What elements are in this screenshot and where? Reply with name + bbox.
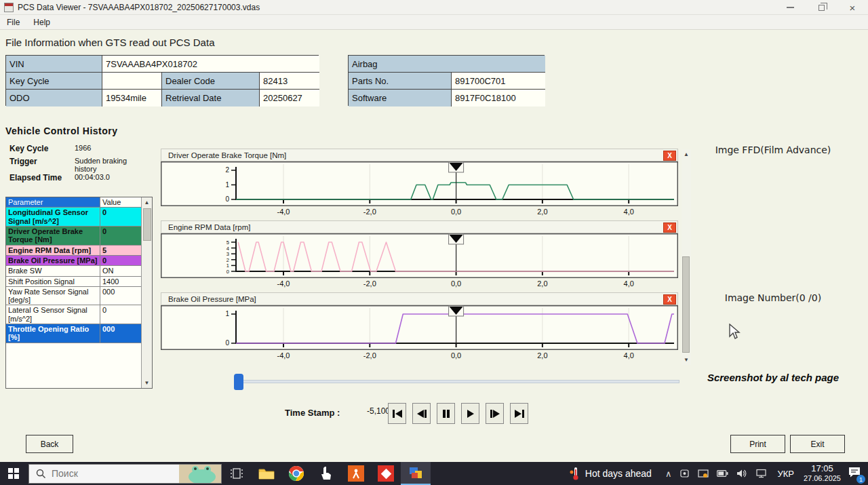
param-row[interactable]: Driver Operate Brake Torque [Nm]0 (6, 227, 142, 246)
title-bar: PCS Data Viewer - 7SVAAABA4PX018702_2025… (0, 0, 868, 15)
skip-end-button[interactable] (510, 403, 528, 424)
odo-value: 19534mile (102, 90, 162, 106)
pointer-app-button[interactable] (311, 462, 341, 485)
window-title: PCS Data Viewer - 7SVAAABA4PX018702_2025… (18, 3, 260, 12)
start-button[interactable] (0, 462, 27, 485)
param-row[interactable]: Brake Oil Pressure [MPa]0 (6, 256, 142, 266)
app-window: PCS Data Viewer - 7SVAAABA4PX018702_2025… (0, 0, 868, 485)
parameter-table-header: ParameterValue (6, 197, 142, 208)
pause-button[interactable] (437, 403, 455, 424)
pcs-app-icon (408, 465, 423, 480)
step-back-button[interactable] (412, 403, 431, 424)
software-value: 8917F0C18100 (452, 90, 545, 106)
orange-app-button[interactable] (341, 462, 371, 485)
scroll-up-icon[interactable]: ▲ (142, 197, 152, 208)
minimize-button[interactable] (774, 0, 806, 15)
chart-close-button[interactable]: X (663, 222, 676, 233)
skip-start-button[interactable] (388, 403, 406, 424)
print-button[interactable]: Print (730, 435, 785, 453)
time-slider-track[interactable] (236, 380, 679, 383)
time-slider-thumb[interactable] (234, 374, 243, 390)
key-cycle-value (102, 73, 162, 90)
param-value: 000 (100, 324, 142, 343)
cursor-marker-icon[interactable] (449, 162, 464, 172)
chart-panel: Brake Oil Pressure [MPa]X01-4,0-2,00,02,… (161, 292, 678, 364)
param-row[interactable]: Longitudinal G Sensor Signal [m/s^2]0 (6, 208, 142, 227)
param-name: Yaw Rate Sensor Signal [deg/s] (6, 287, 100, 305)
menu-item-file[interactable]: File (0, 16, 26, 28)
pause-icon (441, 408, 452, 419)
chart-scroll-down-icon[interactable]: ▼ (682, 355, 691, 365)
chart-scroll-up-icon[interactable]: ▲ (682, 149, 691, 159)
chart-scrollbar-thumb[interactable] (682, 256, 690, 353)
hidden-icons-chevron[interactable]: ∧ (665, 469, 672, 479)
dealer-code-label: Dealer Code (162, 73, 260, 90)
vch-key-cycle-label: Key Cycle (9, 144, 48, 153)
notification-button[interactable]: 1 (848, 466, 861, 481)
taskbar-search[interactable] (28, 464, 222, 484)
back-button[interactable]: Back (26, 435, 73, 453)
play-button[interactable] (461, 403, 479, 424)
chart-area-scrollbar[interactable]: ▲ ▼ (682, 149, 691, 365)
menu-bar: FileHelp (0, 15, 868, 30)
scroll-down-icon[interactable]: ▼ (142, 378, 152, 388)
search-input[interactable] (52, 468, 160, 479)
param-row[interactable]: Throttle Opening Ratio [%]000 (6, 324, 142, 343)
param-row[interactable]: Yaw Rate Sensor Signal [deg/s]000 (6, 287, 142, 306)
param-row[interactable]: Brake SWON (6, 266, 142, 276)
file-explorer-button[interactable] (252, 462, 281, 485)
param-row[interactable]: Engine RPM Data [rpm]5 (6, 246, 142, 256)
chart-title: Engine RPM Data [rpm] (161, 223, 250, 231)
volume-icon[interactable] (736, 469, 747, 478)
language-indicator[interactable]: УКР (777, 469, 794, 479)
svg-text:0: 0 (225, 339, 229, 347)
svg-text:2: 2 (226, 257, 229, 263)
tray-device-icon[interactable] (679, 469, 690, 478)
weather-widget[interactable]: Hot days ahead (569, 466, 652, 481)
taskbar-clock[interactable]: 17:05 27.06.2025 (804, 464, 841, 483)
param-name: Brake Oil Pressure [MPa] (6, 256, 100, 265)
time-stamp-label: Time Stamp : (285, 408, 340, 418)
svg-text:1: 1 (225, 181, 229, 189)
param-value: ON (100, 266, 142, 275)
svg-text:2,0: 2,0 (537, 208, 547, 216)
cursor-marker-icon[interactable] (449, 234, 464, 244)
param-name: Throttle Opening Ratio [%] (6, 324, 100, 343)
task-view-button[interactable] (222, 462, 252, 485)
chart-close-button[interactable]: X (663, 151, 676, 161)
cursor-marker-icon[interactable] (449, 306, 464, 316)
chrome-button[interactable] (281, 462, 311, 485)
svg-text:-2,0: -2,0 (363, 208, 376, 216)
param-row[interactable]: Lateral G Sensor Signal [m/s^2]0 (6, 305, 142, 324)
svg-text:2,0: 2,0 (537, 351, 547, 360)
svg-text:4,0: 4,0 (624, 279, 634, 288)
mouse-cursor-icon (728, 324, 741, 340)
battery-icon[interactable] (717, 469, 728, 478)
step-forward-button[interactable] (486, 403, 504, 424)
svg-text:2,0: 2,0 (537, 279, 547, 288)
folder-icon (258, 467, 275, 480)
menu-item-help[interactable]: Help (26, 16, 57, 28)
network-icon[interactable] (755, 469, 768, 478)
tray-photos-icon[interactable] (698, 469, 709, 478)
red-app-button[interactable] (371, 462, 401, 485)
restore-icon (818, 5, 825, 11)
close-button[interactable]: × (837, 0, 868, 15)
hand-cursor-icon (320, 466, 332, 481)
restore-button[interactable] (806, 0, 837, 15)
vin-label: VIN (6, 56, 102, 73)
airbag-header: Airbag (349, 56, 545, 73)
pcs-viewer-taskbar-button[interactable] (401, 462, 431, 485)
param-row[interactable]: Shift Position Signal1400 (6, 277, 142, 287)
svg-text:0,0: 0,0 (451, 351, 461, 360)
value-header: Value (100, 197, 142, 207)
parameter-table-scrollbar[interactable]: ▲ ▼ (141, 197, 152, 388)
scrollbar-thumb[interactable] (143, 208, 151, 241)
parts-no-value: 891700C701 (452, 73, 545, 90)
exit-button[interactable]: Exit (790, 435, 845, 453)
file-info-table: VIN 7SVAAABA4PX018702 Key Cycle Dealer C… (5, 55, 319, 106)
skip-start-icon (392, 408, 403, 419)
svg-text:-2,0: -2,0 (363, 351, 376, 360)
chart-close-button[interactable]: X (663, 294, 676, 305)
image-number-label: Image Number(0 /0) (698, 292, 848, 303)
